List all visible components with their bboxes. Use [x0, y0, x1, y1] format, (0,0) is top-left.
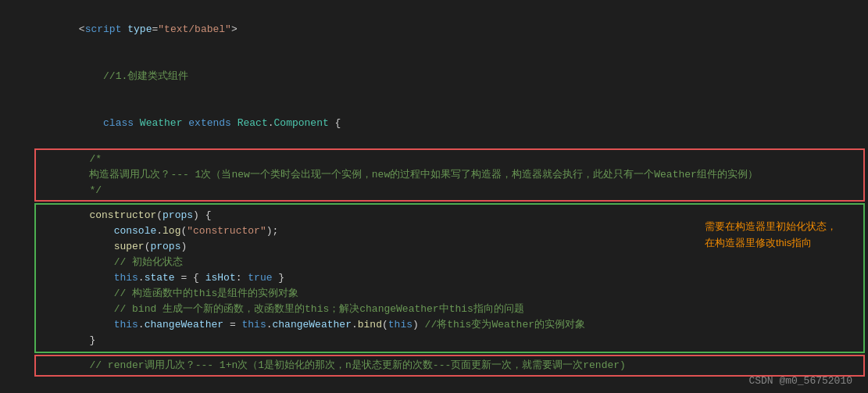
red-box-constructor-comment: /* 构造器调用几次？--- 1次（当new一个类时会出现一个实例，new的过程…: [0, 148, 868, 202]
code-line-render: render() {: [0, 378, 868, 393]
code-line-3: class Weather extends React.Component {: [0, 100, 868, 147]
red-box-render-comment: // render调用几次？--- 1+n次（1是初始化的那次，n是状态更新的次…: [0, 355, 868, 377]
annotation-constructor: 需要在构造器里初始化状态， 在构造器里修改this指向: [705, 219, 837, 252]
code-editor: <script type="text/babel"> //1.创建类式组件 cl…: [0, 0, 868, 393]
code-line-2: //1.创建类式组件: [0, 53, 868, 100]
green-box-constructor: constructor(props) { console.log("constr…: [0, 203, 868, 353]
watermark: CSDN @m0_56752010: [748, 375, 852, 387]
code-line-1: <script type="text/babel">: [0, 6, 868, 53]
